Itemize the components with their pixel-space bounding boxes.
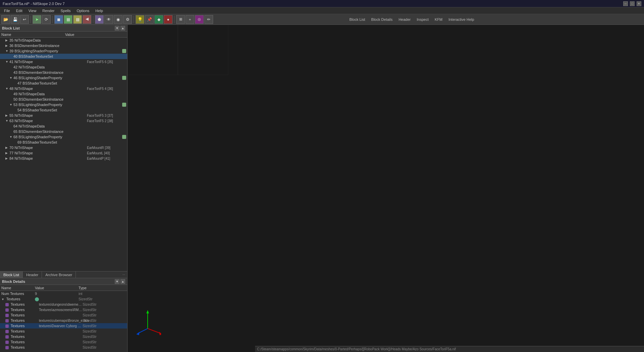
tab-archive-browser[interactable]: Archive Browser (42, 271, 76, 278)
block-details-collapse[interactable]: ▼ (115, 279, 119, 284)
menu-view[interactable]: View (26, 8, 39, 13)
toggle-70: ▶ (5, 146, 9, 149)
minimize-button[interactable]: ─ (623, 1, 628, 6)
tree-row-63[interactable]: ▼ 63 NiTriShape FaceToriF5 2 [38] (0, 118, 127, 123)
row-40-name: 40 BSShaderTextureSet (13, 54, 127, 58)
tree-row-40[interactable]: 40 BSShaderTextureSet (0, 54, 127, 59)
toolbar-save[interactable]: 💾 (11, 15, 19, 24)
menu-bar: File Edit View Render Spells Options Hel… (0, 7, 644, 14)
texture-icon-7 (5, 341, 9, 344)
tree-row-77[interactable]: ▶ 77 NiTriShape EarMountL [40] (0, 150, 127, 156)
detail-texture-6[interactable]: Textures SizedStr (0, 334, 127, 339)
tree-row-39[interactable]: ▼ 39 BSLightingShaderProperty (0, 48, 127, 54)
eye1-icon: 👁 (107, 17, 111, 22)
tree-row-36[interactable]: ▶ 36 BSDismemberSkinInstance (0, 43, 127, 48)
menu-options[interactable]: Options (74, 8, 92, 13)
toolbar-rotate-view[interactable]: ⟳ (42, 15, 51, 24)
tree-row-64[interactable]: 64 NiTriShapeData (0, 123, 127, 129)
tree-row-50[interactable]: 50 BSDismemberSkinInstance (0, 97, 127, 102)
toggle-43 (9, 71, 13, 74)
toolbar-cube2[interactable]: ▦ (64, 15, 72, 24)
tree-row-84[interactable]: ▶ 84 NiTriShape EarMountP [41] (0, 156, 127, 161)
detail-texture-5[interactable]: Textures SizedStr (0, 329, 127, 334)
tab-header[interactable]: Header (23, 271, 42, 278)
toolbar-light[interactable]: 💡 (136, 15, 144, 24)
tree-row-43[interactable]: 43 BSDismemberSkinInstance (0, 70, 127, 75)
toolbar-circle[interactable]: ● (164, 15, 172, 24)
tree-row-69[interactable]: 69 BSShaderTextureSet (0, 140, 127, 145)
toolbar-undo[interactable]: ↩ (20, 15, 29, 24)
tree-row-65[interactable]: 65 BSDismemberSkinInstance (0, 129, 127, 134)
toolbar-pin[interactable]: 📌 (145, 15, 154, 24)
toolbar-cube3[interactable]: ▩ (73, 15, 82, 24)
toolbar-settings[interactable]: ⚙ (123, 15, 132, 24)
tree-row-53[interactable]: ▼ 53 BSLightingShaderProperty (0, 102, 127, 107)
toolbar-open[interactable]: 📂 (1, 15, 10, 24)
tree-row-54[interactable]: 54 BSShaderTextureSet (0, 107, 127, 113)
tree-row-47[interactable]: 47 BSShaderTextureSet (0, 81, 127, 86)
detail-texture-2[interactable]: Textures SizedStr (0, 312, 127, 318)
eye2-icon: ◉ (116, 17, 120, 22)
tree-row-35[interactable]: ▶ 35 NiTriShapeData (0, 38, 127, 43)
menu-spells[interactable]: Spells (58, 8, 73, 13)
status-path: C:/Steam/steamapps/common/Skyrim/Data/me… (257, 347, 456, 351)
tab-block-list[interactable]: Block List (0, 271, 23, 278)
tree-row-55[interactable]: ▶ 55 NiTriShape FaceToriF5 3 [37] (0, 113, 127, 118)
target-icon: ◎ (198, 17, 201, 21)
close-button[interactable]: ✕ (637, 1, 641, 6)
nav-block-list[interactable]: Block List (348, 17, 366, 22)
block-list-tree: ▶ 35 NiTriShapeData ▶ 36 BSDismemberSkin… (0, 38, 127, 271)
toolbar-select[interactable]: ➤ (33, 15, 41, 24)
toggle-48: ▼ (5, 87, 9, 90)
detail-texture-8[interactable]: Textures SizedStr (0, 345, 127, 350)
texture-icon-8 (5, 346, 9, 349)
nav-block-details[interactable]: Block Details (370, 17, 394, 22)
toolbar-arrow-left[interactable]: ▶ (83, 15, 91, 24)
toolbar-sphere[interactable]: ⬟ (95, 15, 104, 24)
tree-row-70[interactable]: ▶ 70 NiTriShape EarMountR [39] (0, 145, 127, 150)
maximize-button[interactable]: □ (630, 1, 635, 6)
toolbar-eye2[interactable]: ◉ (114, 15, 122, 24)
detail-texture-4[interactable]: Textures textures\Dwarven Cyborg Collect… (0, 323, 127, 329)
detail-texture-7[interactable]: Textures SizedStr (0, 339, 127, 345)
viewport[interactable]: C:/Steam/steamapps/common/Skyrim/Data/me… (128, 25, 644, 352)
toolbar-eye1[interactable]: 👁 (104, 15, 113, 24)
block-details-expand[interactable]: ▲ (120, 279, 125, 284)
toolbar-cursor[interactable]: + (186, 15, 194, 24)
detail-texture-2-name: Textures (5, 313, 39, 317)
detail-row-textures[interactable]: ▼ Textures SizedStr (0, 296, 127, 302)
toolbar-diamond[interactable]: ◆ (154, 15, 163, 24)
tree-row-68[interactable]: ▼ 68 BSLightingShaderProperty (0, 134, 127, 140)
menu-help[interactable]: Help (93, 8, 106, 13)
nav-interactive-help[interactable]: Interactive Help (447, 17, 475, 22)
menu-file[interactable]: File (1, 8, 13, 13)
detail-num-textures-type: int (79, 292, 127, 296)
tree-row-46[interactable]: ▼ 46 BSLightingShaderProperty (0, 75, 127, 81)
nav-inspect[interactable]: Inspect (415, 17, 430, 22)
block-list-tabs: Block List Header Archive Browser ··· (0, 271, 127, 278)
toolbar-target[interactable]: ◎ (195, 15, 204, 24)
detail-texture-1[interactable]: Textures Textures\azmoscreens\RMToriMUDr… (0, 307, 127, 312)
nav-header[interactable]: Header (397, 17, 412, 22)
tree-row-49[interactable]: 49 NiTriShapeData (0, 91, 127, 97)
toggle-64 (9, 124, 13, 128)
axes-indicator (134, 308, 161, 335)
toolbar-edit[interactable]: ✏ (204, 15, 213, 24)
tree-row-48[interactable]: ▼ 48 NiTriShape FaceToriF5 4 [36] (0, 86, 127, 91)
row-69-name: 69 BSShaderTextureSet (17, 140, 127, 144)
tree-row-42[interactable]: 42 NiTriShapeData (0, 64, 127, 70)
toolbar-cube1[interactable]: ◼ (54, 15, 63, 24)
block-list-collapse[interactable]: ▼ (115, 26, 119, 31)
detail-row-num-textures[interactable]: Num Textures 9 int (0, 291, 127, 296)
toolbar-map[interactable]: ⊞ (176, 15, 185, 24)
detail-texture-3[interactable]: Textures textures\cubemaps\Bronze_e.dds … (0, 318, 127, 323)
block-list-expand[interactable]: ▲ (120, 26, 125, 31)
nav-kfm[interactable]: KFM (433, 17, 444, 22)
texture-icon-6 (5, 335, 9, 339)
detail-textures-name: ▼ Textures (1, 297, 35, 301)
grid-canvas (128, 25, 228, 75)
menu-render[interactable]: Render (40, 8, 57, 13)
menu-edit[interactable]: Edit (13, 8, 25, 13)
tree-row-41[interactable]: ▼ 41 NiTriShape FaceToriF5 6 [35] (0, 59, 127, 64)
detail-texture-0[interactable]: Textures textures\dungeons\dwemerruins\D… (0, 302, 127, 307)
